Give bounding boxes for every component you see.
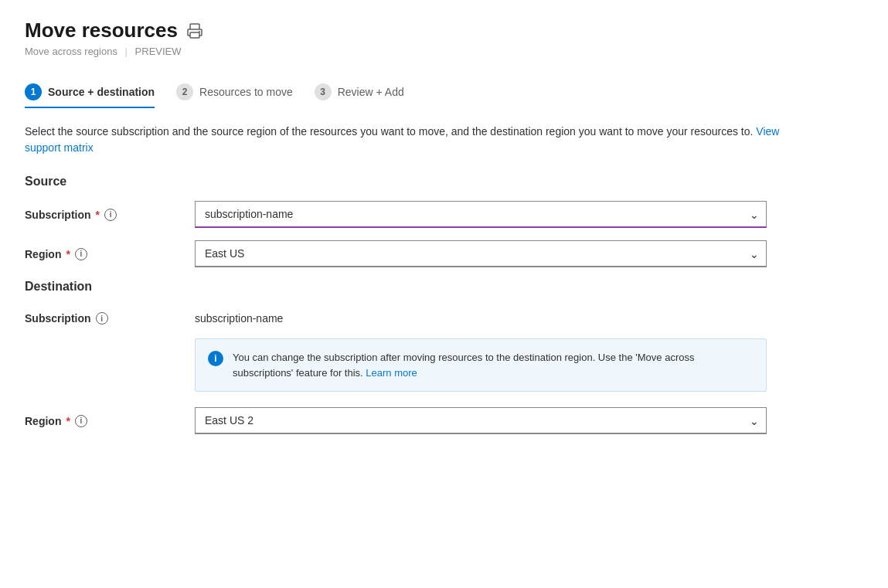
destination-region-row: Region * i East US 2 East US West US Wes… bbox=[25, 407, 863, 434]
source-region-dropdown[interactable]: East US West US West US 2 East US 2 bbox=[195, 240, 767, 267]
step-3-badge: 3 bbox=[315, 83, 332, 100]
learn-more-link[interactable]: Learn more bbox=[366, 367, 417, 379]
tab-1-label: Source + destination bbox=[48, 86, 155, 98]
destination-subscription-row: Subscription i subscription-name i You c… bbox=[25, 306, 863, 404]
source-subscription-control: subscription-name ⌄ bbox=[195, 201, 767, 228]
source-subscription-dropdown-wrapper: subscription-name ⌄ bbox=[195, 201, 767, 228]
source-region-label: Region * i bbox=[25, 248, 195, 260]
destination-region-info-icon[interactable]: i bbox=[75, 415, 87, 427]
page-container: Move resources Move across regions | PRE… bbox=[0, 0, 888, 588]
tab-3-label: Review + Add bbox=[338, 86, 404, 98]
source-region-control: East US West US West US 2 East US 2 ⌄ bbox=[195, 240, 767, 267]
svg-point-2 bbox=[199, 31, 200, 32]
destination-region-control: East US 2 East US West US West US 2 ⌄ bbox=[195, 407, 767, 434]
source-subscription-row: Subscription * i subscription-name ⌄ bbox=[25, 201, 863, 228]
destination-subscription-value: subscription-name bbox=[195, 306, 767, 331]
source-region-info-icon[interactable]: i bbox=[75, 248, 87, 260]
info-box-text: You can change the subscription after mo… bbox=[233, 350, 754, 380]
step-2-badge: 2 bbox=[176, 83, 193, 100]
page-subtitle: Move across regions | PREVIEW bbox=[25, 46, 863, 57]
source-region-dropdown-wrapper: East US West US West US 2 East US 2 ⌄ bbox=[195, 240, 767, 267]
description-text: Select the source subscription and the s… bbox=[25, 124, 798, 156]
source-section-heading: Source bbox=[25, 175, 863, 189]
source-subscription-dropdown[interactable]: subscription-name bbox=[195, 201, 767, 228]
destination-subscription-info-icon[interactable]: i bbox=[96, 312, 108, 325]
destination-region-label: Region * i bbox=[25, 415, 195, 427]
page-header: Move resources bbox=[25, 19, 863, 42]
tab-resources-to-move[interactable]: 2 Resources to move bbox=[176, 76, 308, 108]
destination-region-dropdown[interactable]: East US 2 East US West US West US 2 bbox=[195, 407, 767, 434]
destination-info-box: i You can change the subscription after … bbox=[195, 338, 767, 392]
destination-subscription-right: subscription-name i You can change the s… bbox=[195, 306, 767, 404]
source-region-row: Region * i East US West US West US 2 Eas… bbox=[25, 240, 863, 267]
svg-rect-0 bbox=[190, 24, 199, 29]
source-subscription-info-icon[interactable]: i bbox=[104, 209, 117, 221]
source-region-required: * bbox=[66, 248, 70, 260]
destination-subscription-label: Subscription i bbox=[25, 306, 195, 325]
step-1-badge: 1 bbox=[25, 83, 42, 100]
destination-region-required: * bbox=[66, 415, 70, 427]
info-box-icon: i bbox=[208, 351, 223, 366]
wizard-tabs: 1 Source + destination 2 Resources to mo… bbox=[25, 76, 863, 108]
source-subscription-required: * bbox=[96, 209, 100, 221]
destination-section-heading: Destination bbox=[25, 280, 863, 294]
print-icon[interactable] bbox=[187, 23, 202, 42]
tab-2-label: Resources to move bbox=[199, 86, 293, 98]
source-subscription-label: Subscription * i bbox=[25, 209, 195, 221]
page-title: Move resources bbox=[25, 19, 178, 42]
tab-source-destination[interactable]: 1 Source + destination bbox=[25, 76, 170, 108]
svg-rect-1 bbox=[190, 32, 199, 38]
destination-region-dropdown-wrapper: East US 2 East US West US West US 2 ⌄ bbox=[195, 407, 767, 434]
tab-review-add[interactable]: 3 Review + Add bbox=[315, 76, 420, 108]
